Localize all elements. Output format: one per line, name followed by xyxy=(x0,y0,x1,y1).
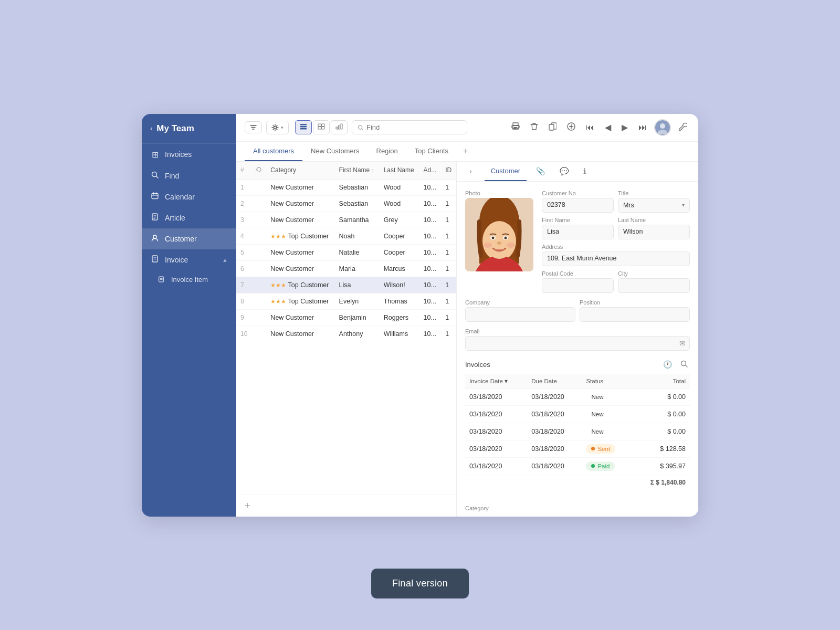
tab-region[interactable]: Region xyxy=(368,142,406,161)
sidebar-item-invoice-item[interactable]: Invoice Item xyxy=(148,270,236,289)
prev-record-button[interactable]: ◀ xyxy=(602,120,614,134)
wrench-button[interactable] xyxy=(675,120,690,135)
customers-table: # Category First Name ↑ Last Name xyxy=(236,162,456,342)
cell-address: 10... xyxy=(419,293,442,309)
add-row-button[interactable]: + xyxy=(236,495,456,517)
tab-all-customers[interactable]: All customers xyxy=(245,142,302,161)
first-name-value[interactable]: Lisa xyxy=(542,225,614,239)
copy-button[interactable] xyxy=(545,120,560,135)
invoice-icon xyxy=(150,255,160,265)
svg-line-1 xyxy=(156,176,159,178)
invoice-row[interactable]: 03/18/2020 03/18/2020 Sent $ 128.58 xyxy=(465,440,690,457)
detail-tab-info[interactable]: ℹ xyxy=(578,163,591,180)
table-row[interactable]: 2 New Customer Sebastian Wood 10... 1 xyxy=(236,195,456,212)
title-value[interactable]: Mrs ▾ xyxy=(618,198,690,213)
cell-category: New Customer xyxy=(266,260,334,277)
customer-no-value[interactable]: 02378 xyxy=(542,198,614,213)
collapse-toggle[interactable]: › xyxy=(465,163,476,180)
table-wrapper: # Category First Name ↑ Last Name xyxy=(236,162,456,495)
first-record-button[interactable]: ⏮ xyxy=(583,121,597,134)
add-button[interactable] xyxy=(564,120,579,135)
tab-new-customers[interactable]: New Customers xyxy=(302,142,368,161)
tab-add-button[interactable]: + xyxy=(457,142,474,160)
cell-first-name: Anthony xyxy=(335,326,380,342)
filter-button[interactable] xyxy=(245,121,262,133)
detail-tab-attachment[interactable]: 📎 xyxy=(531,163,550,180)
company-value[interactable] xyxy=(465,307,575,322)
table-row[interactable]: 4 ★★★ Top Customer Noah Cooper 10... 1 xyxy=(236,228,456,244)
svg-point-52 xyxy=(497,242,501,245)
sidebar-item-find[interactable]: Find xyxy=(142,165,236,186)
detail-tabs: › Customer 📎 💬 ℹ xyxy=(457,162,698,182)
cell-last-name: Roggers xyxy=(380,309,419,326)
table-row[interactable]: 7 ★★★ Top Customer Lisa Wilson! 10... 1 xyxy=(236,277,456,293)
invoice-search-button[interactable] xyxy=(678,359,690,370)
table-area: # Category First Name ↑ Last Name xyxy=(236,162,457,517)
svg-point-10 xyxy=(153,235,156,238)
cell-total: $ 0.00 xyxy=(632,423,690,440)
app-container: ‹ My Team ⊞ Invoices Find xyxy=(142,114,698,517)
last-record-button[interactable]: ⏭ xyxy=(635,121,650,134)
print-button[interactable] xyxy=(508,120,523,135)
cell-reset xyxy=(251,309,266,326)
city-field: City xyxy=(618,270,690,293)
cell-num: 10 xyxy=(236,326,251,342)
invoice-row[interactable]: 03/18/2020 03/18/2020 New $ 0.00 xyxy=(465,405,690,423)
invoice-row[interactable]: 03/18/2020 03/18/2020 New $ 0.00 xyxy=(465,423,690,440)
detail-tab-customer[interactable]: Customer xyxy=(485,162,527,181)
last-name-field: Last Name Wilson xyxy=(618,217,690,239)
detail-tab-comment[interactable]: 💬 xyxy=(554,163,574,180)
cell-id: 1 xyxy=(441,228,456,244)
cell-num: 7 xyxy=(236,277,251,293)
sidebar-item-customer[interactable]: Customer xyxy=(142,228,236,249)
invoice-row[interactable]: 03/18/2020 03/18/2020 Paid $ 395.97 xyxy=(465,457,690,475)
status-badge: New xyxy=(586,427,608,436)
postal-code-value[interactable] xyxy=(542,278,614,293)
tab-top-clients[interactable]: Top Clients xyxy=(406,142,457,161)
sidebar-item-label: Invoices xyxy=(165,150,192,159)
cell-status: New xyxy=(582,405,632,423)
address-value[interactable]: 109, East Munn Avenue xyxy=(542,251,690,266)
invoice-total-row: Σ $ 1,840.80 xyxy=(465,475,690,490)
invoice-row[interactable]: 03/18/2020 03/18/2020 New $ 0.00 xyxy=(465,388,690,405)
email-value[interactable] xyxy=(465,336,690,351)
table-row[interactable]: 1 New Customer Sebastian Wood 10... 1 xyxy=(236,179,456,195)
cell-id: 1 xyxy=(441,309,456,326)
customer-icon xyxy=(150,234,160,244)
table-row[interactable]: 3 New Customer Samantha Grey 10... 1 xyxy=(236,212,456,228)
table-row[interactable]: 8 ★★★ Top Customer Evelyn Thomas 10... 1 xyxy=(236,293,456,309)
user-avatar[interactable] xyxy=(654,119,671,136)
table-row[interactable]: 5 New Customer Natalie Cooper 10... 1 xyxy=(236,244,456,260)
status-dot xyxy=(591,447,595,450)
cell-due-date: 03/18/2020 xyxy=(527,457,582,475)
delete-button[interactable] xyxy=(527,120,541,135)
svg-rect-33 xyxy=(513,123,518,125)
last-name-label: Last Name xyxy=(618,217,690,223)
view-grid-button[interactable] xyxy=(313,120,330,134)
svg-rect-2 xyxy=(152,193,158,198)
sidebar-item-calendar[interactable]: Calendar xyxy=(142,186,236,207)
position-value[interactable] xyxy=(580,307,690,322)
settings-button[interactable]: ▾ xyxy=(266,121,289,134)
view-list-button[interactable] xyxy=(295,120,312,134)
next-record-button[interactable]: ▶ xyxy=(618,120,631,134)
sidebar-header[interactable]: ‹ My Team xyxy=(142,114,236,144)
final-version-button[interactable]: Final version xyxy=(371,569,469,598)
cell-status: New xyxy=(582,388,632,405)
table-row[interactable]: 9 New Customer Benjamin Roggers 10... 1 xyxy=(236,309,456,326)
invoices-section: Invoices 🕐 xyxy=(457,359,698,499)
sidebar-item-invoice[interactable]: Invoice ▲ xyxy=(142,249,236,270)
sidebar-item-invoices[interactable]: ⊞ Invoices xyxy=(142,144,236,165)
table-row[interactable]: 10 New Customer Anthony Williams 10... 1 xyxy=(236,326,456,342)
invoice-clock-button[interactable]: 🕐 xyxy=(661,359,674,370)
view-chart-button[interactable] xyxy=(331,120,348,134)
last-name-value[interactable]: Wilson xyxy=(618,225,690,239)
search-input[interactable] xyxy=(366,123,461,131)
table-row[interactable]: 6 New Customer Maria Marcus 10... 1 xyxy=(236,260,456,277)
sidebar-item-article[interactable]: Article xyxy=(142,207,236,228)
city-value[interactable] xyxy=(618,278,690,293)
grand-total-value: Σ $ 1,840.80 xyxy=(632,475,690,490)
cell-id: 1 xyxy=(441,179,456,195)
status-badge: New xyxy=(586,410,608,419)
cell-category: ★★★ Top Customer xyxy=(266,277,334,293)
